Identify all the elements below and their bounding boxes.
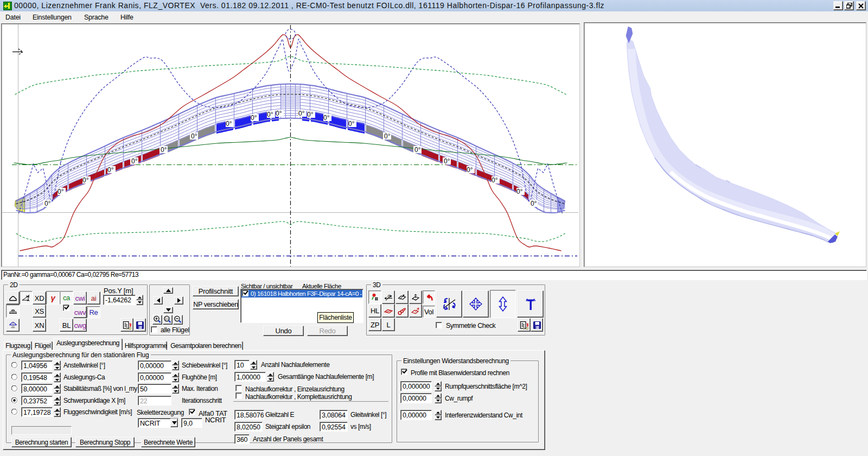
svg-text:0°: 0° <box>191 132 197 140</box>
svg-text:0°: 0° <box>516 188 523 195</box>
svg-text:0°: 0° <box>82 176 89 184</box>
svg-text:0°: 0° <box>267 111 273 118</box>
svg-text:0°: 0° <box>131 157 138 165</box>
svg-text:0°: 0° <box>492 176 498 184</box>
svg-text:1:1: 1:1 <box>165 317 169 320</box>
svg-text:0°: 0° <box>161 146 167 154</box>
svg-text:0°: 0° <box>226 120 232 128</box>
svg-text:0°: 0° <box>251 114 257 122</box>
svg-text:0°: 0° <box>348 120 355 128</box>
svg-text:0°: 0° <box>384 132 391 140</box>
svg-text:0°: 0° <box>414 146 421 154</box>
svg-text:0°: 0° <box>298 110 305 117</box>
svg-text:0°: 0° <box>307 111 314 118</box>
svg-text:0°: 0° <box>531 200 537 207</box>
svg-text:0°: 0° <box>44 200 51 207</box>
svg-text:0°: 0° <box>58 188 64 195</box>
svg-text:0°: 0° <box>323 114 330 122</box>
svg-text:0°: 0° <box>444 157 450 165</box>
svg-text:0°: 0° <box>276 110 282 117</box>
svg-text:0°: 0° <box>107 166 114 174</box>
svg-text:0°: 0° <box>467 166 473 174</box>
